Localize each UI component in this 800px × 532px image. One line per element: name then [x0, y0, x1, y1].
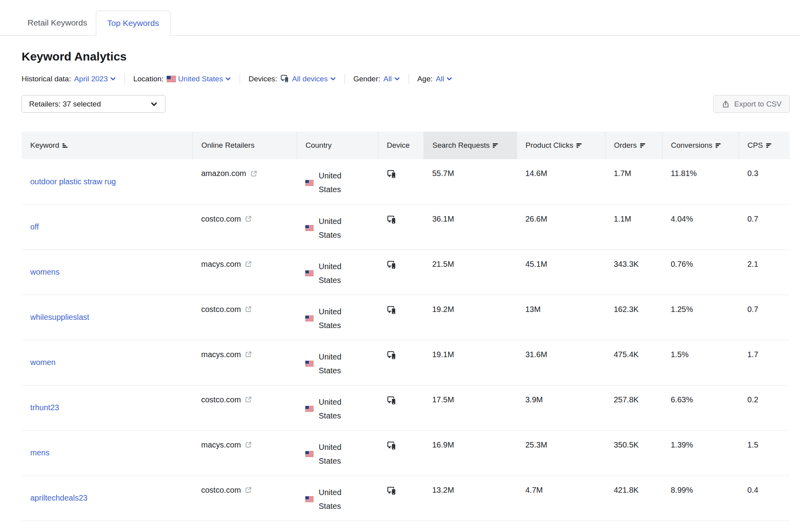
column-header-cps[interactable]: CPS [739, 132, 790, 159]
keyword-cell: mens [22, 430, 193, 475]
column-header-search-requests[interactable]: Search Requests [424, 132, 517, 159]
chevron-down-icon [150, 100, 158, 108]
devices-dropdown[interactable]: All devices [280, 74, 336, 84]
all-devices-icon [387, 169, 397, 180]
orders-value: 421.8K [605, 475, 662, 521]
external-link-icon[interactable] [244, 350, 252, 358]
age-value: All [436, 75, 444, 83]
product-clicks-value: 3.9M [517, 385, 605, 430]
devices-value: All devices [292, 75, 328, 83]
column-header-country[interactable]: Country [297, 132, 378, 159]
keyword-link[interactable]: mens [30, 448, 50, 457]
sort-icon [62, 142, 68, 149]
external-link-icon[interactable] [244, 396, 252, 404]
search-requests-value: 13.2M [424, 475, 517, 521]
external-link-icon[interactable] [244, 215, 252, 223]
age-dropdown[interactable]: All [436, 75, 453, 83]
external-link-icon[interactable] [244, 305, 252, 313]
conversions-value: 8.99% [662, 475, 739, 521]
chevron-down-icon [225, 75, 231, 82]
country-cell: United States [297, 204, 378, 249]
external-link-icon[interactable] [250, 170, 258, 178]
retailer-cell: macys.com [193, 430, 297, 475]
column-header-orders[interactable]: Orders [605, 132, 662, 159]
tab-top-keywords[interactable]: Top Keywords [96, 11, 171, 36]
us-flag-icon [305, 406, 314, 412]
country-name: United States [319, 260, 347, 287]
orders-value: 350.5K [605, 430, 662, 475]
column-header-product-clicks[interactable]: Product Clicks [517, 132, 605, 159]
age-label: Age: [417, 75, 433, 83]
column-header-online-retailers[interactable]: Online Retailers [193, 132, 297, 159]
search-requests-value: 36.1M [424, 204, 517, 249]
all-devices-icon [280, 74, 290, 84]
keyword-link[interactable]: womens [30, 268, 59, 276]
page-title: Keyword Analytics [22, 50, 790, 63]
country-name: United States [319, 486, 347, 513]
all-devices-icon [387, 395, 397, 406]
retailers-dropdown-value: Retailers: 37 selected [29, 100, 101, 108]
tab-top-keywords-label: Top Keywords [107, 18, 159, 28]
location-dropdown[interactable]: United States [167, 75, 231, 83]
cps-value: 1.7 [739, 340, 790, 385]
country-name: United States [319, 440, 347, 468]
historical-data-value: April 2023 [74, 75, 108, 83]
table-row: off costco.com United States 36.1M 26.6M… [22, 204, 790, 249]
export-csv-label: Export to CSV [734, 100, 782, 108]
country-cell: United States [297, 249, 378, 295]
column-header-conversions[interactable]: Conversions [662, 132, 739, 159]
conversions-value: 1.39% [662, 430, 739, 475]
country-name: United States [319, 169, 347, 196]
us-flag-icon [167, 76, 176, 82]
us-flag-icon [305, 451, 314, 457]
cps-value: 0.3 [739, 159, 790, 204]
keyword-link[interactable]: apriltechdeals23 [30, 493, 88, 502]
device-cell [378, 475, 424, 521]
sort-icon [766, 142, 772, 149]
retailers-dropdown[interactable]: Retailers: 37 selected [22, 95, 165, 113]
country-cell: United States [297, 430, 378, 475]
retailer-domain: macys.com [201, 260, 241, 269]
sort-icon [715, 142, 721, 149]
keyword-link[interactable]: trhunt23 [30, 403, 59, 412]
all-devices-icon [387, 440, 397, 451]
filter-gender: Gender: All [353, 75, 400, 83]
column-header-device[interactable]: Device [378, 132, 424, 159]
keyword-cell: trhunt23 [22, 385, 193, 430]
export-csv-button[interactable]: Export to CSV [713, 95, 790, 113]
external-link-icon[interactable] [244, 260, 252, 268]
retailer-cell: amazon.com [193, 159, 297, 204]
orders-value: 1.7M [605, 159, 662, 204]
chevron-down-icon [394, 75, 400, 82]
column-header-keyword[interactable]: Keyword [22, 132, 193, 159]
keyword-link[interactable]: outdoor plastic straw rug [30, 177, 116, 186]
keyword-link[interactable]: women [30, 358, 55, 367]
conversions-value: 0.76% [662, 249, 739, 295]
retailer-domain: costco.com [201, 486, 241, 495]
tab-retail-keywords-label: Retail Keywords [28, 18, 87, 28]
filter-devices: Devices: All devices [248, 74, 336, 84]
keyword-link[interactable]: off [30, 222, 39, 231]
conversions-value: 1.25% [662, 295, 739, 340]
chevron-down-icon [330, 75, 336, 82]
all-devices-icon [387, 260, 397, 270]
external-link-icon[interactable] [244, 486, 252, 494]
filter-divider [409, 73, 409, 84]
tab-retail-keywords[interactable]: Retail Keywords [19, 10, 96, 35]
external-link-icon[interactable] [244, 441, 252, 449]
product-clicks-value: 45.1M [517, 249, 605, 295]
keyword-link[interactable]: whilesupplieslast [30, 313, 89, 321]
filter-age: Age: All [417, 75, 453, 83]
table-header-row: Keyword Online Retailers Country Device … [22, 132, 790, 159]
country-name: United States [319, 350, 347, 378]
table-row: women macys.com United States 19.1M 31.6… [22, 340, 790, 385]
historical-data-dropdown[interactable]: April 2023 [74, 75, 117, 83]
search-requests-value: 16.9M [424, 430, 517, 475]
retailer-cell: macys.com [193, 340, 297, 385]
gender-dropdown[interactable]: All [383, 75, 400, 83]
retailer-cell: macys.com [193, 249, 297, 295]
all-devices-icon [387, 215, 397, 225]
table-row: outdoor plastic straw rug amazon.com Uni… [22, 159, 790, 204]
retailer-domain: costco.com [201, 215, 241, 224]
device-cell [378, 340, 424, 385]
